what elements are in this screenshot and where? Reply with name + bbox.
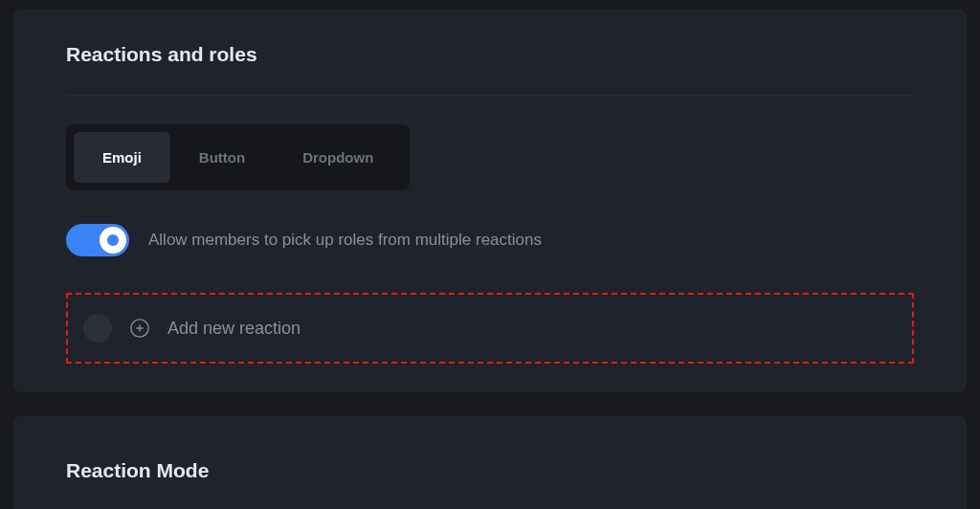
add-reaction-label: Add new reaction [167,319,301,339]
emoji-placeholder-icon [83,314,112,343]
toggle-label: Allow members to pick up roles from mult… [148,231,542,250]
reaction-type-tabs: Emoji Button Dropdown [66,124,410,190]
multiple-reactions-toggle-row: Allow members to pick up roles from mult… [66,224,914,256]
multiple-reactions-toggle[interactable] [66,224,129,256]
tab-label: Emoji [102,149,142,166]
plus-circle-icon [129,318,150,339]
reactions-and-roles-panel: Reactions and roles Emoji Button Dropdow… [13,10,967,392]
tab-label: Button [199,149,245,166]
tab-label: Dropdown [302,149,373,166]
reaction-mode-panel: Reaction Mode [13,416,967,509]
toggle-knob [100,227,126,254]
tab-dropdown[interactable]: Dropdown [274,132,402,183]
tab-emoji[interactable]: Emoji [74,132,170,183]
tab-button[interactable]: Button [170,132,274,183]
section-title: Reaction Mode [66,459,914,482]
add-reaction-row[interactable]: Add new reaction [66,293,914,364]
divider [66,95,914,96]
section-title: Reactions and roles [66,43,914,66]
toggle-knob-inner [107,234,119,246]
